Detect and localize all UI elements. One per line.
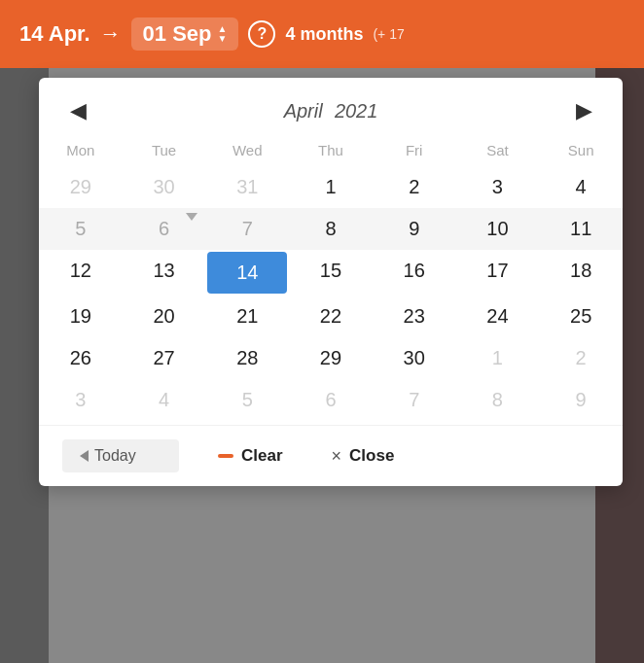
calendar-day[interactable]: 15	[289, 250, 373, 296]
calendar-day[interactable]: 6	[123, 208, 206, 250]
calendar-day[interactable]: 30	[373, 337, 456, 379]
clear-label: Clear	[241, 446, 283, 466]
calendar-day[interactable]: 1	[456, 337, 540, 379]
calendar-day[interactable]: 21	[205, 296, 289, 337]
close-label: Close	[349, 446, 394, 466]
day-of-week-sun: Sun	[539, 136, 623, 166]
calendar-day[interactable]: 29	[39, 166, 123, 208]
today-triangle-icon	[80, 450, 89, 462]
calendar-day[interactable]: 22	[289, 296, 373, 337]
calendar-day[interactable]: 20	[123, 296, 206, 337]
calendar-day[interactable]: 8	[289, 208, 373, 250]
calendar-day[interactable]: 16	[373, 250, 456, 296]
calendar-day[interactable]: 24	[456, 296, 540, 337]
calendar-day[interactable]: 1	[289, 166, 373, 208]
calendar-day[interactable]: 28	[205, 337, 289, 379]
calendar-day[interactable]: 5	[205, 379, 289, 421]
today-button[interactable]: Today	[62, 439, 179, 472]
calendar-day[interactable]: 3	[456, 166, 540, 208]
calendar-week-4: 262728293012	[39, 337, 623, 379]
calendar-day[interactable]: 7	[373, 379, 456, 421]
extra-label: (+ 17	[373, 26, 404, 42]
calendar-day[interactable]: 11	[539, 208, 623, 250]
close-button[interactable]: × Close	[332, 446, 395, 467]
calendar-day[interactable]: 8	[456, 379, 540, 421]
calendar-day[interactable]: 26	[39, 337, 123, 379]
calendar-day[interactable]: 31	[205, 166, 289, 208]
calendar-popup: ◀ April 2021 ▶ MonTueWedThuFriSatSun 293…	[39, 78, 623, 486]
range-arrow: →	[100, 21, 122, 47]
date-spinner[interactable]: ▲ ▼	[218, 24, 228, 44]
calendar-day[interactable]: 23	[373, 296, 456, 337]
calendar-day[interactable]: 4	[123, 379, 206, 421]
calendar-week-5: 3456789	[39, 379, 623, 421]
calendar-week-2: 12131415161718	[39, 250, 623, 296]
calendar-day[interactable]: 2	[373, 166, 456, 208]
day-of-week-mon: Mon	[39, 136, 123, 166]
calendar-day[interactable]: 14	[207, 252, 287, 294]
calendar-day[interactable]: 2	[539, 337, 623, 379]
calendar-day[interactable]: 13	[123, 250, 206, 296]
calendar-week-1: 567891011	[39, 208, 623, 250]
calendar-day[interactable]: 10	[456, 208, 540, 250]
calendar-day[interactable]: 9	[539, 379, 623, 421]
prev-month-button[interactable]: ◀	[62, 95, 93, 126]
month-label: April	[284, 100, 323, 122]
calendar-day[interactable]: 12	[39, 250, 123, 296]
end-date-picker[interactable]: 01 Sep ▲ ▼	[131, 17, 239, 51]
calendar-day[interactable]: 3	[39, 379, 123, 421]
calendar-day[interactable]: 30	[123, 166, 206, 208]
close-x-icon: ×	[332, 446, 342, 467]
next-month-button[interactable]: ▶	[568, 95, 599, 126]
calendar-day[interactable]: 5	[39, 208, 123, 250]
year-label: 2021	[335, 100, 378, 122]
calendar-body: 2930311234567891011121314151617181920212…	[39, 166, 623, 421]
calendar-day[interactable]: 4	[539, 166, 623, 208]
calendar-day[interactable]: 25	[539, 296, 623, 337]
clear-dash-icon	[218, 454, 233, 458]
calendar-day[interactable]: 9	[373, 208, 456, 250]
calendar-footer: Today Clear × Close	[39, 425, 623, 486]
range-start-triangle-icon	[186, 213, 197, 221]
start-date: 14 Apr.	[19, 21, 90, 47]
calendar-header: ◀ April 2021 ▶	[39, 78, 623, 136]
calendar-day[interactable]: 17	[456, 250, 540, 296]
calendar-day[interactable]: 18	[539, 250, 623, 296]
day-of-week-wed: Wed	[205, 136, 289, 166]
calendar-title: April 2021	[284, 98, 378, 123]
calendar-week-3: 19202122232425	[39, 296, 623, 337]
day-of-week-fri: Fri	[373, 136, 456, 166]
help-button[interactable]: ?	[248, 20, 275, 48]
clear-button[interactable]: Clear	[218, 446, 283, 466]
day-of-week-thu: Thu	[289, 136, 373, 166]
day-of-week-tue: Tue	[123, 136, 206, 166]
calendar-day[interactable]: 29	[289, 337, 373, 379]
calendar-day[interactable]: 27	[123, 337, 206, 379]
calendar-week-0: 2930311234	[39, 166, 623, 208]
days-of-week-row: MonTueWedThuFriSatSun	[39, 136, 623, 166]
day-of-week-sat: Sat	[456, 136, 540, 166]
end-date-label: 01 Sep	[143, 21, 212, 47]
header-bar: 14 Apr. → 01 Sep ▲ ▼ ? 4 months (+ 17	[0, 0, 644, 68]
duration-label: 4 months	[285, 24, 363, 45]
today-label: Today	[94, 447, 136, 465]
calendar-day[interactable]: 7	[205, 208, 289, 250]
calendar-day[interactable]: 6	[289, 379, 373, 421]
calendar-day[interactable]: 19	[39, 296, 123, 337]
